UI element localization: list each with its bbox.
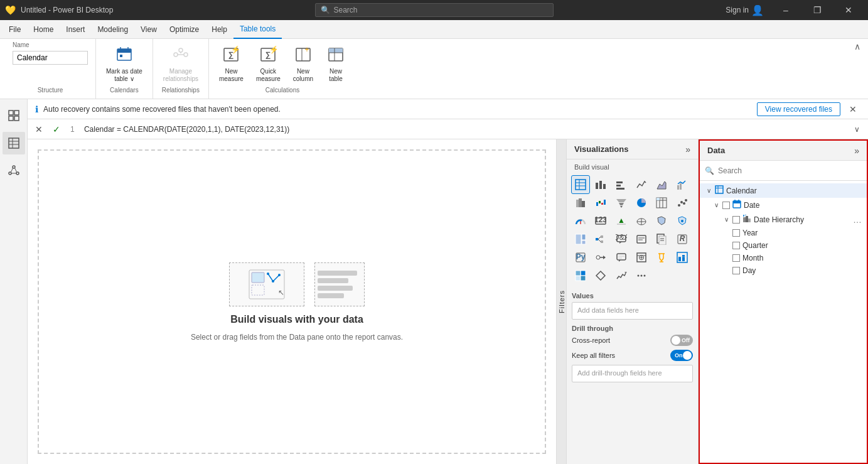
visual-diamond[interactable] bbox=[592, 267, 609, 284]
svg-rect-85 bbox=[576, 234, 581, 244]
quick-measure-button[interactable]: ∑ ⚡ Quickmeasure bbox=[251, 43, 286, 85]
minimize-button[interactable]: – bbox=[771, 0, 800, 20]
data-search-input[interactable] bbox=[718, 166, 862, 175]
visual-trophy[interactable] bbox=[653, 249, 670, 266]
menu-file[interactable]: File bbox=[3, 20, 27, 39]
visual-pie[interactable] bbox=[633, 194, 650, 212]
visual-matrix[interactable] bbox=[653, 194, 670, 212]
values-drop-zone[interactable]: Add data fields here bbox=[572, 302, 693, 320]
visual-funnel[interactable] bbox=[613, 194, 630, 212]
quarter-checkbox[interactable] bbox=[732, 242, 740, 249]
visual-key-influencers[interactable] bbox=[592, 249, 609, 266]
menu-insert[interactable]: Insert bbox=[60, 20, 91, 39]
formula-confirm-button[interactable]: ✓ bbox=[50, 123, 63, 136]
viz-panel-expand-icon[interactable]: » bbox=[685, 144, 690, 154]
signin-button[interactable]: Sign in 👤 bbox=[726, 4, 764, 16]
menu-optimize[interactable]: Optimize bbox=[163, 20, 205, 39]
visual-line-clustered[interactable] bbox=[673, 176, 691, 193]
visual-line-chart[interactable] bbox=[633, 176, 650, 193]
visual-ribbon[interactable] bbox=[572, 194, 589, 212]
visual-sparkline[interactable] bbox=[613, 267, 630, 284]
new-column-button[interactable]: + Newcolumn bbox=[288, 43, 318, 85]
mark-date-label: Mark as datetable ∨ bbox=[106, 68, 142, 83]
date-hierarchy-more[interactable]: … bbox=[853, 215, 862, 225]
month-checkbox[interactable] bbox=[732, 254, 740, 262]
menu-view[interactable]: View bbox=[134, 20, 163, 39]
visual-kpi[interactable]: ▲ bbox=[613, 212, 630, 230]
tree-item-calendar[interactable]: ∨ Calendar bbox=[700, 183, 867, 198]
svg-rect-20 bbox=[329, 48, 343, 53]
visual-table[interactable] bbox=[572, 176, 589, 193]
visual-area-chart[interactable] bbox=[653, 176, 670, 193]
view-recovered-files-button[interactable]: View recovered files bbox=[757, 102, 840, 116]
restore-button[interactable]: ❐ bbox=[803, 0, 832, 20]
filters-strip[interactable]: Filters bbox=[556, 139, 566, 464]
svg-marker-113 bbox=[619, 260, 621, 262]
new-table-button[interactable]: Newtable bbox=[321, 43, 351, 85]
data-panel-expand-icon[interactable]: » bbox=[854, 146, 859, 156]
tree-item-quarter[interactable]: Quarter bbox=[700, 239, 867, 252]
visual-heatmap[interactable] bbox=[572, 267, 589, 284]
year-checkbox[interactable] bbox=[732, 229, 740, 237]
menu-help[interactable]: Help bbox=[205, 20, 233, 39]
menu-table-tools[interactable]: Table tools bbox=[233, 20, 282, 39]
tree-item-year[interactable]: Year bbox=[700, 227, 867, 239]
new-measure-button[interactable]: ∑ ⚡ Newmeasure bbox=[214, 43, 249, 85]
name-input[interactable] bbox=[13, 51, 88, 65]
svg-rect-141 bbox=[746, 216, 748, 222]
svg-marker-62 bbox=[619, 203, 624, 205]
visual-treemap[interactable] bbox=[572, 230, 589, 248]
svg-text:R: R bbox=[679, 234, 685, 243]
titlebar-left: 💛 Untitled - Power BI Desktop bbox=[5, 5, 113, 15]
report-view-button[interactable] bbox=[3, 104, 25, 127]
model-view-button[interactable] bbox=[3, 159, 25, 182]
cross-report-state: Off bbox=[682, 337, 690, 343]
visual-filled-map[interactable] bbox=[653, 212, 670, 230]
visual-empty1 bbox=[653, 267, 670, 284]
notification-close-button[interactable]: ✕ bbox=[845, 102, 860, 117]
calendar-chevron: ∨ bbox=[705, 187, 712, 194]
menu-home[interactable]: Home bbox=[27, 20, 60, 39]
titlebar-search-box[interactable]: 🔍 Search bbox=[315, 3, 554, 17]
visual-custom-chart[interactable] bbox=[673, 249, 691, 266]
visual-scatter[interactable] bbox=[673, 194, 691, 212]
drill-drop-zone[interactable]: Add drill-through fields here bbox=[572, 365, 693, 382]
visual-python[interactable]: Py bbox=[572, 249, 589, 266]
date-hierarchy-checkbox[interactable] bbox=[732, 216, 740, 224]
cross-report-toggle[interactable]: Off bbox=[670, 335, 693, 346]
svg-rect-51 bbox=[616, 181, 623, 183]
visual-r-script[interactable]: R bbox=[673, 230, 691, 248]
visual-paginated2[interactable]: ⊕ bbox=[633, 249, 650, 266]
svg-rect-59 bbox=[601, 203, 603, 205]
date-checkbox[interactable] bbox=[722, 202, 730, 209]
close-button[interactable]: ✕ bbox=[834, 0, 863, 20]
visual-bar-chart[interactable] bbox=[592, 176, 609, 193]
table-view-button[interactable] bbox=[3, 132, 25, 154]
tree-item-date[interactable]: ∨ Date bbox=[700, 198, 867, 212]
visual-qa[interactable]: Q&A bbox=[613, 230, 630, 248]
visual-smart-narrative[interactable] bbox=[633, 230, 650, 248]
formula-expand-button[interactable]: ∨ bbox=[850, 123, 863, 136]
visual-clustered-bar[interactable] bbox=[613, 176, 630, 193]
visual-card[interactable]: 123 bbox=[592, 212, 609, 230]
visual-waterfall[interactable] bbox=[592, 194, 609, 212]
visual-azure-map[interactable] bbox=[673, 212, 691, 230]
visual-more[interactable] bbox=[633, 267, 650, 284]
visual-decomp-tree[interactable] bbox=[592, 230, 609, 248]
visual-map[interactable] bbox=[633, 212, 650, 230]
visual-speech-bubble[interactable] bbox=[613, 249, 630, 266]
tree-item-date-hierarchy[interactable]: ∨ Date Hierarchy … bbox=[700, 212, 867, 227]
visual-gauge[interactable] bbox=[572, 212, 589, 230]
keep-filters-toggle[interactable]: On bbox=[670, 350, 693, 361]
svg-rect-122 bbox=[678, 257, 681, 261]
tree-item-day[interactable]: Day bbox=[700, 264, 867, 277]
visual-paginated[interactable] bbox=[653, 230, 670, 248]
formula-cancel-button[interactable]: ✕ bbox=[33, 123, 45, 136]
tree-item-month[interactable]: Month bbox=[700, 252, 867, 264]
day-checkbox[interactable] bbox=[732, 267, 740, 274]
ribbon-collapse-icon[interactable]: ∧ bbox=[854, 41, 860, 51]
menu-modeling[interactable]: Modeling bbox=[91, 20, 134, 39]
svg-rect-25 bbox=[9, 116, 13, 121]
filters-label: Filters bbox=[558, 290, 565, 313]
mark-date-table-button[interactable]: Mark as datetable ∨ bbox=[101, 43, 147, 85]
